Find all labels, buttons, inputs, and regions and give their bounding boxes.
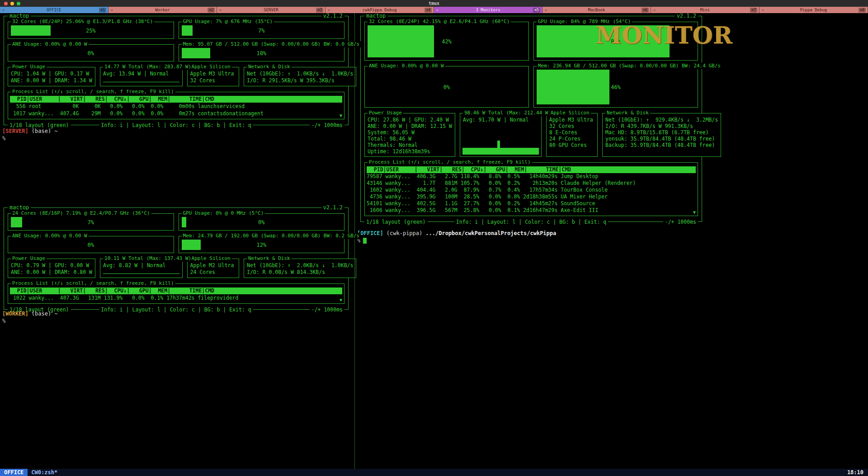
gpu-usage-label: GPU Usage: 0% @ 0 MHz (5°C) xyxy=(182,210,265,217)
process-row: Process List (↑/↓ scroll, / search, f fr… xyxy=(8,92,344,119)
panel-footer-keys: Info: i | Layout: l | Color: c | BG: b |… xyxy=(454,219,608,225)
power-usage-box: Power Usage CPU: 1.04 W | GPU: 0.17 WANE… xyxy=(8,67,95,86)
silicon-stat-line: Apple M3 Ultra xyxy=(190,71,236,77)
ane-usage-label: ANE Usage: 0.00% @ 0.00 W xyxy=(11,41,89,47)
power-history-spike xyxy=(497,141,500,148)
tab-3-monitors-active[interactable]: ✕ 3 Monitors ⌘5 xyxy=(434,7,542,13)
ane-mem-row: ANE Usage: 0.00% @ 0.00 W 0% Mem: 24.79 … xyxy=(8,236,344,253)
network-disk-lines: Net (10GbE): ↑ 929.4KB/s ↓ 3.2MB/sI/O: R… xyxy=(605,117,718,148)
power-history-graph xyxy=(462,148,539,155)
network-disk-box: Network & Disk Net (10GbE): ↑ 2.0KB/s ↓ … xyxy=(244,259,356,278)
cpu-usage-box: 32 Cores (8E/24P) 42.15% @ E2.6/P4.1 GHz… xyxy=(364,22,529,61)
silicon-stat-line: 24 P-Cores xyxy=(549,136,594,142)
power-stat-line: Thermals: Normal xyxy=(368,142,452,148)
power-usage-title: Power Usage xyxy=(11,255,47,262)
panel-footer-layout: 1/18 layout (green) xyxy=(364,219,428,225)
tab-cwkpippa-debug[interactable]: ✕ cwkPippa Debug ⌘4 xyxy=(326,7,434,13)
tmux-status-bar: OFFICE CW0:zsh* 18:10 xyxy=(0,469,868,476)
power-average-line: Avg: 8.82 W | Normal xyxy=(103,262,179,269)
tab-close-icon[interactable]: ✕ xyxy=(653,8,656,12)
silicon-stat-line: Apple M3 Ultra xyxy=(549,117,594,123)
close-window-button[interactable] xyxy=(4,2,8,5)
tmux-pane-left[interactable]: mactop v2.1.2 32 Cores (8E/24P) 25.06% @… xyxy=(0,13,354,469)
gpu-usage-label: GPU Usage: 7% @ 676 MHz (35°C) xyxy=(182,19,274,25)
status-window-name[interactable]: CW0:zsh* xyxy=(31,469,57,476)
network-stat-line: yonsuk: 35.9TB/84.4TB (48.4TB free) xyxy=(605,136,718,142)
status-session-name[interactable]: OFFICE xyxy=(0,469,28,476)
tab-close-icon[interactable]: ✕ xyxy=(2,8,5,12)
network-disk-title: Network & Disk xyxy=(247,64,292,70)
cpu-usage-label: 24 Cores (8E/16P) 7.19% @ E2.4/P0.7 GHz … xyxy=(11,210,151,217)
ane-usage-box: ANE Usage: 0.00% @ 0.00 W 0% xyxy=(8,44,174,61)
tab-pippa-debug[interactable]: ✕ Pippa Debug ⌘8 xyxy=(760,7,868,13)
tab-macbook[interactable]: ✕ MacBook ⌘6 xyxy=(542,7,651,13)
tab-label: SERVER xyxy=(264,8,278,12)
scroll-more-indicator: ▼ xyxy=(340,113,342,118)
panel-version: v2.1.2 xyxy=(675,13,698,19)
prompt-line: [WORKER](base)~ xyxy=(2,311,57,317)
process-list-title: Process List (↑/↓ scroll, / search, f fr… xyxy=(368,159,532,165)
power-usage-lines: CPU: 1.04 W | GPU: 0.17 WANE: 0.00 W | D… xyxy=(11,71,92,84)
scroll-more-indicator: ▼ xyxy=(693,210,696,215)
process-row: 1017 wanky... 407.4G 29M 0.0% 0.0% 0.0% … xyxy=(10,110,342,117)
stats-row: Power Usage CPU: 1.04 W | GPU: 0.17 WANE… xyxy=(8,67,344,86)
network-stat-line: Net (10GbE): ↑ 929.4KB/s ↓ 3.2MB/s xyxy=(605,117,718,123)
process-row: Process List (↑/↓ scroll, / search, f fr… xyxy=(364,162,698,216)
gpu-usage-bar: 0% xyxy=(182,217,342,227)
panel-footer-interval: -/+ 1000ms xyxy=(663,219,698,225)
tab-server[interactable]: ✕ SERVER ⌘3 xyxy=(217,7,326,13)
ane-percent-value: 0% xyxy=(11,48,171,58)
panel-app-title: mactop xyxy=(8,204,31,211)
shell-prompt-office[interactable]: [OFFICE](cwk-pippa).../Dropbox/cwkPerson… xyxy=(357,230,556,244)
ane-usage-bar: 0% xyxy=(11,48,171,58)
tab-worker[interactable]: ✕ Worker ⌘2 xyxy=(108,7,217,13)
tab-label: cwkPippa Debug xyxy=(363,8,397,12)
panel-footer-keys: Info: i | Layout: l | Color: c | BG: b |… xyxy=(99,306,253,313)
silicon-stat-line: 24 Cores xyxy=(190,269,236,276)
prompt-path: .../Dropbox/cwkPersonalProjects/cwkPippa xyxy=(425,230,556,236)
ane-usage-bar: 0% xyxy=(11,240,171,250)
tab-close-icon[interactable]: ✕ xyxy=(436,8,439,12)
terminal-cursor[interactable] xyxy=(363,238,367,244)
gpu-usage-label: GPU Usage: 84% @ 789 MHz (54°C) xyxy=(537,19,632,25)
prompt-symbol: % xyxy=(2,135,57,142)
minimize-window-button[interactable] xyxy=(10,2,14,5)
network-stat-line: Net (10GbE): ↑ 1.0KB/s ↓ 1.0KB/s xyxy=(247,71,353,77)
process-list-header: PID|USER | VIRT| RES| CPU↓| GPU| MEM| TI… xyxy=(10,287,342,294)
tab-bar: ✕ OFFICE ⌘1 ✕ Worker ⌘2 ✕ SERVER ⌘3 ✕ cw… xyxy=(0,7,868,13)
zoom-window-button[interactable] xyxy=(17,2,20,5)
prompt-hostname: [SERVER] xyxy=(2,128,28,134)
pane-divider[interactable] xyxy=(354,13,355,469)
tab-shortcut-badge: ⌘3 xyxy=(316,8,323,13)
tab-label: 3 Monitors xyxy=(476,8,500,12)
apple-silicon-title: Apple Silicon xyxy=(190,64,232,70)
panel-version: v2.1.2 xyxy=(321,13,344,19)
power-stat-line: ANE: 0.00 W | DRAM: 1.34 W xyxy=(11,77,92,84)
power-usage-lines: CPU: 27.86 W | GPU: 2.40 WANE: 0.00 W | … xyxy=(368,117,452,155)
tab-close-icon[interactable]: ✕ xyxy=(762,8,764,12)
power-history-box: 10.11 W Total (Max: 137.43 W) Avg: 8.82 … xyxy=(100,259,183,278)
gpu-usage-bar: 84% xyxy=(537,25,695,57)
shell-prompt-worker[interactable]: [WORKER](base)~ % xyxy=(2,311,57,325)
tab-office[interactable]: ✕ OFFICE ⌘1 xyxy=(0,7,108,13)
shell-prompt-server[interactable]: [SERVER](base)~ % xyxy=(2,128,57,142)
tab-label: Mini xyxy=(700,8,710,12)
cpu-gpu-row: 24 Cores (8E/16P) 7.19% @ E2.4/P0.7 GHz … xyxy=(8,213,344,231)
power-usage-box: Power Usage CPU: 0.79 W | GPU: 0.00 WANE… xyxy=(8,259,95,278)
prompt-path: ~ xyxy=(54,311,57,317)
mactop-panel-monitor: mactop v2.1.2 32 Cores (8E/24P) 42.15% @… xyxy=(360,16,702,222)
ane-usage-label: ANE Usage: 0.00% @ 0.00 W xyxy=(368,63,445,69)
cpu-percent-value: 7% xyxy=(11,217,171,227)
tab-mini[interactable]: ✕ Mini ⌘7 xyxy=(651,7,760,13)
tmux-pane-right[interactable]: MONITOR mactop v2.1.2 32 Cores (8E/24P) … xyxy=(355,13,868,469)
network-stat-line: I/O: R 439.7KB/s W 991.3KB/s xyxy=(605,123,718,129)
process-row: 556 root 0K 0K 0.0% 0.0% 0.0% 0m00s laun… xyxy=(10,103,342,110)
tab-close-icon[interactable]: ✕ xyxy=(219,8,222,12)
tab-close-icon[interactable]: ✕ xyxy=(111,8,113,12)
apple-silicon-box: Apple Silicon Apple M3 Ultra32 Cores8 E-… xyxy=(546,113,598,157)
tab-close-icon[interactable]: ✕ xyxy=(545,8,547,12)
cpu-usage-box: 24 Cores (8E/16P) 7.19% @ E2.4/P0.7 GHz … xyxy=(8,213,174,231)
tab-close-icon[interactable]: ✕ xyxy=(328,8,330,12)
panel-footer-interval: -/+ 1000ms xyxy=(310,122,344,128)
process-list-header: PID|USER | VIRT| RES| CPU↓| GPU| MEM| TI… xyxy=(10,96,342,103)
